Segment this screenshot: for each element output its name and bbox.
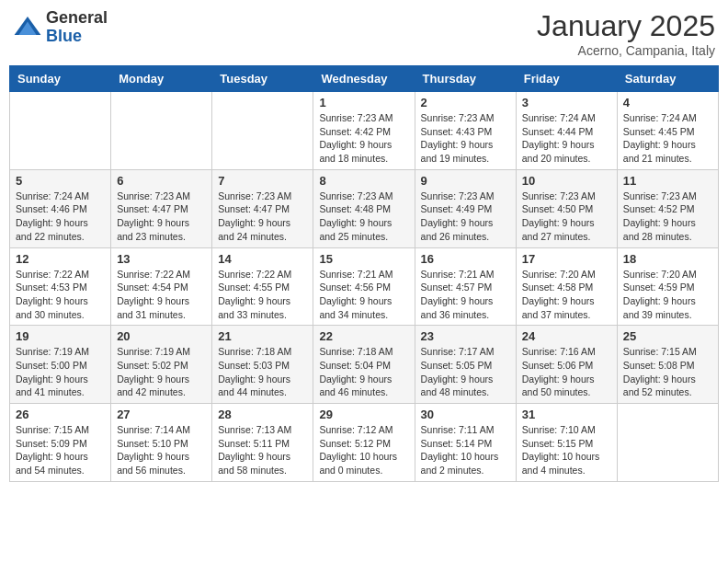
calendar-cell: 31Sunrise: 7:10 AM Sunset: 5:15 PM Dayli… bbox=[516, 404, 617, 482]
day-number: 28 bbox=[218, 408, 307, 421]
day-info: Sunrise: 7:22 AM Sunset: 4:55 PM Dayligh… bbox=[218, 268, 307, 322]
calendar-cell: 22Sunrise: 7:18 AM Sunset: 5:04 PM Dayli… bbox=[313, 326, 415, 404]
calendar-cell: 8Sunrise: 7:23 AM Sunset: 4:48 PM Daylig… bbox=[313, 169, 415, 247]
day-info: Sunrise: 7:19 AM Sunset: 5:00 PM Dayligh… bbox=[16, 345, 105, 399]
day-number: 24 bbox=[522, 329, 611, 343]
day-number: 26 bbox=[16, 408, 105, 421]
day-number: 27 bbox=[117, 408, 206, 421]
logo-general-text: General bbox=[46, 9, 108, 28]
calendar-cell bbox=[111, 92, 212, 170]
calendar-day-header: Monday bbox=[111, 66, 212, 92]
calendar-week-row: 1Sunrise: 7:23 AM Sunset: 4:42 PM Daylig… bbox=[10, 92, 719, 170]
day-info: Sunrise: 7:23 AM Sunset: 4:43 PM Dayligh… bbox=[421, 111, 510, 166]
day-info: Sunrise: 7:11 AM Sunset: 5:14 PM Dayligh… bbox=[421, 423, 510, 477]
day-info: Sunrise: 7:14 AM Sunset: 5:10 PM Dayligh… bbox=[117, 423, 206, 477]
calendar-cell: 16Sunrise: 7:21 AM Sunset: 4:57 PM Dayli… bbox=[415, 247, 516, 326]
day-number: 29 bbox=[319, 408, 408, 421]
calendar-cell: 7Sunrise: 7:23 AM Sunset: 4:47 PM Daylig… bbox=[212, 169, 313, 247]
day-info: Sunrise: 7:21 AM Sunset: 4:56 PM Dayligh… bbox=[319, 268, 408, 322]
day-number: 9 bbox=[421, 174, 510, 188]
calendar-day-header: Sunday bbox=[10, 66, 111, 92]
day-number: 15 bbox=[319, 252, 408, 266]
calendar-cell: 4Sunrise: 7:24 AM Sunset: 4:45 PM Daylig… bbox=[617, 92, 718, 170]
page-header: General Blue January 2025 Acerno, Campan… bbox=[9, 9, 719, 58]
calendar-table: SundayMondayTuesdayWednesdayThursdayFrid… bbox=[9, 65, 719, 482]
calendar-cell: 23Sunrise: 7:17 AM Sunset: 5:05 PM Dayli… bbox=[415, 326, 516, 404]
location-text: Acerno, Campania, Italy bbox=[537, 43, 715, 58]
day-number: 21 bbox=[218, 329, 307, 343]
day-number: 4 bbox=[623, 96, 712, 109]
day-info: Sunrise: 7:23 AM Sunset: 4:49 PM Dayligh… bbox=[421, 190, 510, 244]
day-info: Sunrise: 7:17 AM Sunset: 5:05 PM Dayligh… bbox=[421, 345, 510, 399]
calendar-cell: 19Sunrise: 7:19 AM Sunset: 5:00 PM Dayli… bbox=[10, 326, 111, 404]
calendar-week-row: 5Sunrise: 7:24 AM Sunset: 4:46 PM Daylig… bbox=[10, 169, 719, 247]
day-info: Sunrise: 7:21 AM Sunset: 4:57 PM Dayligh… bbox=[421, 268, 510, 322]
day-number: 30 bbox=[421, 408, 510, 421]
day-number: 2 bbox=[421, 96, 510, 109]
day-number: 16 bbox=[421, 252, 510, 266]
calendar-cell: 9Sunrise: 7:23 AM Sunset: 4:49 PM Daylig… bbox=[415, 169, 516, 247]
day-info: Sunrise: 7:10 AM Sunset: 5:15 PM Dayligh… bbox=[522, 423, 611, 477]
calendar-cell bbox=[10, 92, 111, 170]
calendar-cell bbox=[212, 92, 313, 170]
calendar-cell: 30Sunrise: 7:11 AM Sunset: 5:14 PM Dayli… bbox=[415, 404, 516, 482]
day-number: 25 bbox=[623, 329, 712, 343]
calendar-cell: 13Sunrise: 7:22 AM Sunset: 4:54 PM Dayli… bbox=[111, 247, 212, 326]
day-number: 7 bbox=[218, 174, 307, 188]
calendar-week-row: 19Sunrise: 7:19 AM Sunset: 5:00 PM Dayli… bbox=[10, 326, 719, 404]
calendar-day-header: Tuesday bbox=[212, 66, 313, 92]
calendar-cell: 20Sunrise: 7:19 AM Sunset: 5:02 PM Dayli… bbox=[111, 326, 212, 404]
day-info: Sunrise: 7:20 AM Sunset: 4:59 PM Dayligh… bbox=[623, 268, 712, 322]
day-info: Sunrise: 7:18 AM Sunset: 5:04 PM Dayligh… bbox=[319, 345, 408, 399]
calendar-week-row: 26Sunrise: 7:15 AM Sunset: 5:09 PM Dayli… bbox=[10, 404, 719, 482]
calendar-cell: 29Sunrise: 7:12 AM Sunset: 5:12 PM Dayli… bbox=[313, 404, 415, 482]
calendar-cell: 6Sunrise: 7:23 AM Sunset: 4:47 PM Daylig… bbox=[111, 169, 212, 247]
calendar-header-row: SundayMondayTuesdayWednesdayThursdayFrid… bbox=[10, 66, 719, 92]
day-info: Sunrise: 7:13 AM Sunset: 5:11 PM Dayligh… bbox=[218, 423, 307, 477]
calendar-cell: 5Sunrise: 7:24 AM Sunset: 4:46 PM Daylig… bbox=[10, 169, 111, 247]
calendar-week-row: 12Sunrise: 7:22 AM Sunset: 4:53 PM Dayli… bbox=[10, 247, 719, 326]
calendar-cell: 17Sunrise: 7:20 AM Sunset: 4:58 PM Dayli… bbox=[516, 247, 617, 326]
logo-icon bbox=[13, 13, 42, 42]
day-info: Sunrise: 7:24 AM Sunset: 4:44 PM Dayligh… bbox=[522, 111, 611, 166]
calendar-cell: 15Sunrise: 7:21 AM Sunset: 4:56 PM Dayli… bbox=[313, 247, 415, 326]
day-number: 17 bbox=[522, 252, 611, 266]
day-number: 13 bbox=[117, 252, 206, 266]
day-info: Sunrise: 7:22 AM Sunset: 4:54 PM Dayligh… bbox=[117, 268, 206, 322]
calendar-cell: 14Sunrise: 7:22 AM Sunset: 4:55 PM Dayli… bbox=[212, 247, 313, 326]
day-info: Sunrise: 7:16 AM Sunset: 5:06 PM Dayligh… bbox=[522, 345, 611, 399]
calendar-cell: 25Sunrise: 7:15 AM Sunset: 5:08 PM Dayli… bbox=[617, 326, 718, 404]
day-info: Sunrise: 7:23 AM Sunset: 4:42 PM Dayligh… bbox=[319, 111, 408, 166]
calendar-cell: 11Sunrise: 7:23 AM Sunset: 4:52 PM Dayli… bbox=[617, 169, 718, 247]
day-info: Sunrise: 7:23 AM Sunset: 4:48 PM Dayligh… bbox=[319, 190, 408, 244]
logo-text: General Blue bbox=[46, 9, 108, 46]
calendar-cell: 3Sunrise: 7:24 AM Sunset: 4:44 PM Daylig… bbox=[516, 92, 617, 170]
day-info: Sunrise: 7:23 AM Sunset: 4:50 PM Dayligh… bbox=[522, 190, 611, 244]
calendar-cell: 1Sunrise: 7:23 AM Sunset: 4:42 PM Daylig… bbox=[313, 92, 415, 170]
day-number: 19 bbox=[16, 329, 105, 343]
calendar-cell: 24Sunrise: 7:16 AM Sunset: 5:06 PM Dayli… bbox=[516, 326, 617, 404]
day-info: Sunrise: 7:19 AM Sunset: 5:02 PM Dayligh… bbox=[117, 345, 206, 399]
calendar-cell: 18Sunrise: 7:20 AM Sunset: 4:59 PM Dayli… bbox=[617, 247, 718, 326]
day-number: 31 bbox=[522, 408, 611, 421]
calendar-cell: 26Sunrise: 7:15 AM Sunset: 5:09 PM Dayli… bbox=[10, 404, 111, 482]
calendar-cell: 28Sunrise: 7:13 AM Sunset: 5:11 PM Dayli… bbox=[212, 404, 313, 482]
day-info: Sunrise: 7:23 AM Sunset: 4:52 PM Dayligh… bbox=[623, 190, 712, 244]
day-info: Sunrise: 7:24 AM Sunset: 4:45 PM Dayligh… bbox=[623, 111, 712, 166]
day-info: Sunrise: 7:23 AM Sunset: 4:47 PM Dayligh… bbox=[117, 190, 206, 244]
day-info: Sunrise: 7:18 AM Sunset: 5:03 PM Dayligh… bbox=[218, 345, 307, 399]
calendar-day-header: Wednesday bbox=[313, 66, 415, 92]
day-number: 14 bbox=[218, 252, 307, 266]
calendar-day-header: Thursday bbox=[415, 66, 516, 92]
title-block: January 2025 Acerno, Campania, Italy bbox=[537, 9, 715, 58]
day-number: 6 bbox=[117, 174, 206, 188]
day-number: 3 bbox=[522, 96, 611, 109]
day-number: 12 bbox=[16, 252, 105, 266]
calendar-cell: 10Sunrise: 7:23 AM Sunset: 4:50 PM Dayli… bbox=[516, 169, 617, 247]
day-info: Sunrise: 7:15 AM Sunset: 5:09 PM Dayligh… bbox=[16, 423, 105, 477]
month-title: January 2025 bbox=[537, 9, 715, 43]
calendar-cell: 2Sunrise: 7:23 AM Sunset: 4:43 PM Daylig… bbox=[415, 92, 516, 170]
day-number: 1 bbox=[319, 96, 408, 109]
logo-blue-text: Blue bbox=[46, 28, 108, 46]
day-number: 11 bbox=[623, 174, 712, 188]
